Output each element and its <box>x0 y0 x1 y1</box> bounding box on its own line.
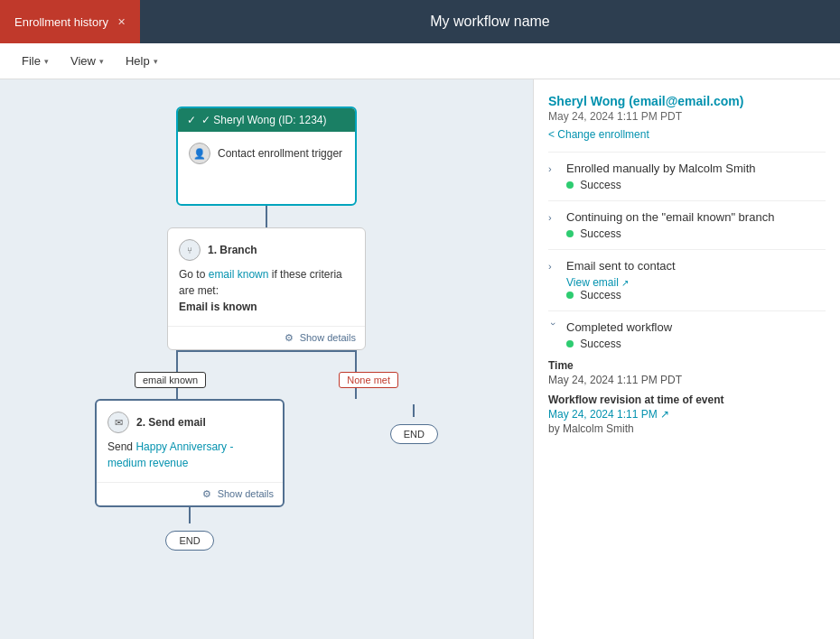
close-tab-icon[interactable]: ✕ <box>117 16 126 28</box>
email-show-details[interactable]: ⚙ Show details <box>97 482 283 505</box>
right-panel: Sheryl Wong (email@email.com) May 24, 20… <box>533 79 840 639</box>
right-branch-col: END <box>390 399 438 444</box>
expand-arrow-3[interactable]: › <box>548 261 559 272</box>
contact-name[interactable]: Sheryl Wong (email@email.com) <box>548 94 826 108</box>
branch-show-details[interactable]: ⚙ Show details <box>168 326 365 349</box>
completed-title: Completed workflow <box>566 320 672 334</box>
branch-node-body: ⑂ 1. Branch Go to email known if these c… <box>168 228 365 326</box>
enrollment-history-tab[interactable]: Enrollment history ✕ <box>0 0 140 43</box>
branch-detail: Email is known <box>179 301 257 313</box>
history-item-2: › Continuing on the "email known" branch… <box>548 200 826 249</box>
revision-link[interactable]: May 24, 2024 1:11 PM ↗ <box>548 408 826 421</box>
history-item-1-header: › Enrolled manually by Malcolm Smith <box>548 162 826 175</box>
email-node-body: ✉ 2. Send email Send Happy Anniversary -… <box>97 401 283 482</box>
external-link-icon-revision: ↗ <box>660 408 669 421</box>
branch-left-v <box>176 350 178 372</box>
status-3: Success <box>566 289 826 301</box>
main-content: ✓ ✓ Sheryl Wong (ID: 1234) 👤 Contact enr… <box>0 79 840 639</box>
email-icon: ✉ <box>107 412 129 433</box>
success-dot-3 <box>566 292 574 299</box>
email-icon-row: ✉ 2. Send email <box>107 412 272 433</box>
gear-icon: ⚙ <box>285 332 294 343</box>
connector-1 <box>266 206 267 227</box>
branch-node: ⑂ 1. Branch Go to email known if these c… <box>167 227 366 350</box>
history-item-3: › Email sent to contact View email ↗ Suc… <box>548 249 826 310</box>
success-dot-completed <box>566 340 574 347</box>
completed-status: Success <box>566 338 826 350</box>
menu-view[interactable]: View ▾ <box>63 51 111 71</box>
left-connector-short <box>176 388 178 399</box>
branch-icon-row: ⑂ 1. Branch <box>179 239 354 261</box>
revision-label: Workflow revision at time of event <box>548 394 826 406</box>
chevron-down-icon: ▾ <box>154 57 158 66</box>
branch-title: 1. Branch <box>208 244 257 256</box>
connector-to-end <box>189 507 191 523</box>
status-1: Success <box>566 179 826 191</box>
chevron-down-icon: ▾ <box>44 57 49 66</box>
time-label: Time <box>548 359 826 372</box>
email-node: ✉ 2. Send email Send Happy Anniversary -… <box>95 399 285 507</box>
top-header: Enrollment history ✕ My workflow name <box>0 0 840 43</box>
end-node-left: END <box>165 531 213 551</box>
success-dot-1 <box>566 181 574 189</box>
left-branch-col: ✉ 2. Send email Send Happy Anniversary -… <box>95 399 285 551</box>
branch-right-v <box>355 350 357 372</box>
right-connector-short <box>355 388 357 399</box>
branch-labels-row: email known None met <box>77 372 456 388</box>
canvas-panel: ✓ ✓ Sheryl Wong (ID: 1234) 👤 Contact enr… <box>0 79 533 639</box>
workflow-container: ✓ ✓ Sheryl Wong (ID: 1234) 👤 Contact enr… <box>77 97 456 551</box>
trigger-node: ✓ ✓ Sheryl Wong (ID: 1234) 👤 Contact enr… <box>176 106 357 206</box>
success-dot-2 <box>566 230 574 237</box>
bottom-branch-row: ✉ 2. Send email Send Happy Anniversary -… <box>77 399 456 551</box>
branch-h-line <box>176 350 357 352</box>
branch-criteria: Go to email known if these criteria are … <box>179 266 354 315</box>
contact-date: May 24, 2024 1:11 PM PDT <box>548 110 826 123</box>
revision-author: by Malcolm Smith <box>548 422 826 435</box>
email-title: 2. Send email <box>136 416 206 429</box>
view-email-link[interactable]: View email ↗ <box>566 276 826 289</box>
branch-icon: ⑂ <box>179 239 201 261</box>
history-title-2: Continuing on the "email known" branch <box>566 210 774 224</box>
email-known-label: email known <box>135 372 206 388</box>
trigger-node-body: 👤 Contact enrollment trigger <box>178 132 355 204</box>
completed-meta: Time May 24, 2024 1:11 PM PDT Workflow r… <box>548 359 826 435</box>
expand-arrow-1[interactable]: › <box>548 163 559 174</box>
history-title-3: Email sent to contact <box>566 259 676 273</box>
external-link-icon: ↗ <box>621 278 629 288</box>
menu-help[interactable]: Help ▾ <box>118 51 165 71</box>
expand-arrow-completed[interactable]: › <box>548 322 559 333</box>
end-node-right: END <box>390 424 438 444</box>
menu-bar: File ▾ View ▾ Help ▾ <box>0 43 840 79</box>
trigger-node-header: ✓ ✓ Sheryl Wong (ID: 1234) <box>178 108 355 132</box>
status-2: Success <box>566 227 826 240</box>
gear-icon: ⚙ <box>202 488 211 499</box>
history-title-1: Enrolled manually by Malcolm Smith <box>566 162 756 175</box>
trigger-label: Contact enrollment trigger <box>218 147 342 160</box>
contact-icon: 👤 <box>189 143 210 164</box>
chevron-down-icon: ▾ <box>99 57 104 66</box>
time-value: May 24, 2024 1:11 PM PDT <box>548 374 826 386</box>
tab-label: Enrollment history <box>14 15 108 29</box>
none-met-label: None met <box>339 372 398 388</box>
history-item-3-header: › Email sent to contact <box>548 259 826 273</box>
trigger-icon-row: 👤 Contact enrollment trigger <box>189 143 344 164</box>
branch-link: email known <box>209 268 272 281</box>
email-criteria: Send Happy Anniversary - medium revenue <box>107 439 272 471</box>
right-connector <box>413 404 415 417</box>
menu-file[interactable]: File ▾ <box>14 51 56 71</box>
history-item-1: › Enrolled manually by Malcolm Smith Suc… <box>548 152 826 200</box>
history-item-2-header: › Continuing on the "email known" branch <box>548 210 826 224</box>
workflow-title: My workflow name <box>140 14 840 30</box>
change-enrollment-link[interactable]: Change enrollment <box>548 128 826 141</box>
expand-arrow-2[interactable]: › <box>548 212 559 223</box>
branch-split-area: email known None met <box>77 350 456 399</box>
check-icon: ✓ <box>187 114 196 126</box>
completed-header: › Completed workflow <box>548 320 826 334</box>
completed-section: › Completed workflow Success Time May 24… <box>548 310 826 435</box>
